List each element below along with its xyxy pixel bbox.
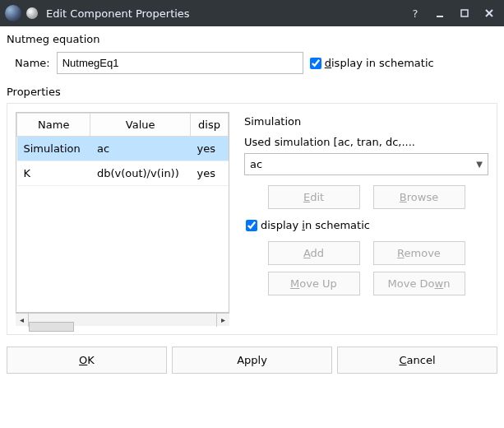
property-editor-panel: Simulation Used simulation [ac, tran, dc… — [244, 112, 488, 326]
col-value-header[interactable]: Value — [90, 114, 191, 137]
cell-value: ac — [90, 137, 191, 161]
display-in-schematic-checkbox-prop[interactable]: display in schematic — [246, 219, 488, 231]
col-name-header[interactable]: Name — [17, 114, 90, 137]
add-button[interactable]: Add — [268, 241, 360, 265]
cell-name: K — [17, 161, 90, 186]
display-in-schematic-checkbox-top[interactable]: display in schematic — [310, 57, 434, 69]
display-prop-label: display in schematic — [261, 219, 370, 231]
table-row[interactable]: K db(v(out)/v(in)) yes — [17, 161, 229, 186]
chevron-down-icon: ▼ — [476, 160, 483, 169]
app-icon — [5, 5, 21, 21]
cell-display: yes — [190, 137, 228, 161]
combo-value: ac — [250, 158, 262, 170]
cell-display: yes — [190, 161, 228, 186]
display-prop-check[interactable] — [246, 220, 257, 231]
cell-name: Simulation — [17, 137, 90, 161]
name-row: Name: display in schematic — [7, 52, 497, 74]
close-button[interactable] — [479, 3, 499, 23]
horizontal-scrollbar[interactable]: ◂ ▸ — [16, 313, 229, 326]
cancel-button[interactable]: Cancel — [337, 347, 497, 374]
pin-icon[interactable] — [26, 7, 38, 19]
properties-label: Properties — [7, 86, 497, 98]
apply-button[interactable]: Apply — [172, 347, 332, 374]
table-row[interactable]: Simulation ac yes — [17, 137, 229, 161]
property-description: Used simulation [ac, tran, dc,.... — [244, 136, 488, 148]
properties-table-scroll[interactable]: Name Value disp Simulation ac yes K — [16, 112, 229, 313]
name-input[interactable] — [57, 52, 303, 74]
ok-button[interactable]: OK — [7, 347, 167, 374]
property-name-label: Simulation — [244, 115, 488, 128]
minimize-button[interactable] — [430, 3, 450, 23]
properties-table: Name Value disp Simulation ac yes K — [16, 113, 229, 186]
scroll-thumb[interactable] — [29, 322, 74, 332]
move-up-button[interactable]: Move Up — [268, 272, 360, 295]
window-title: Edit Component Properties — [43, 7, 400, 20]
col-display-header[interactable]: disp — [190, 114, 228, 137]
move-down-button[interactable]: Move Down — [373, 272, 465, 295]
maximize-button[interactable] — [455, 3, 474, 23]
svg-rect-1 — [461, 10, 468, 16]
edit-button[interactable]: Edit — [268, 185, 360, 209]
dialog-button-row: OK Apply Cancel — [7, 347, 497, 374]
display-top-label: display in schematic — [325, 57, 434, 69]
cell-value: db(v(out)/v(in)) — [90, 161, 191, 186]
browse-button[interactable]: Browse — [373, 185, 465, 209]
properties-area: Name Value disp Simulation ac yes K — [7, 103, 497, 335]
dialog-body: Nutmeg equation Name: display in schemat… — [0, 26, 504, 380]
scroll-left-arrow-icon[interactable]: ◂ — [16, 314, 29, 327]
component-type-label: Nutmeg equation — [7, 33, 497, 45]
property-value-combo[interactable]: ac ▼ — [244, 153, 488, 175]
table-header-row: Name Value disp — [17, 114, 229, 137]
remove-button[interactable]: Remove — [373, 241, 465, 265]
properties-table-wrap: Name Value disp Simulation ac yes K — [16, 112, 229, 326]
titlebar: Edit Component Properties ? — [0, 0, 504, 26]
scroll-right-arrow-icon[interactable]: ▸ — [216, 314, 229, 327]
display-top-check[interactable] — [310, 58, 321, 69]
name-label: Name: — [15, 57, 50, 69]
help-button[interactable]: ? — [405, 3, 425, 23]
